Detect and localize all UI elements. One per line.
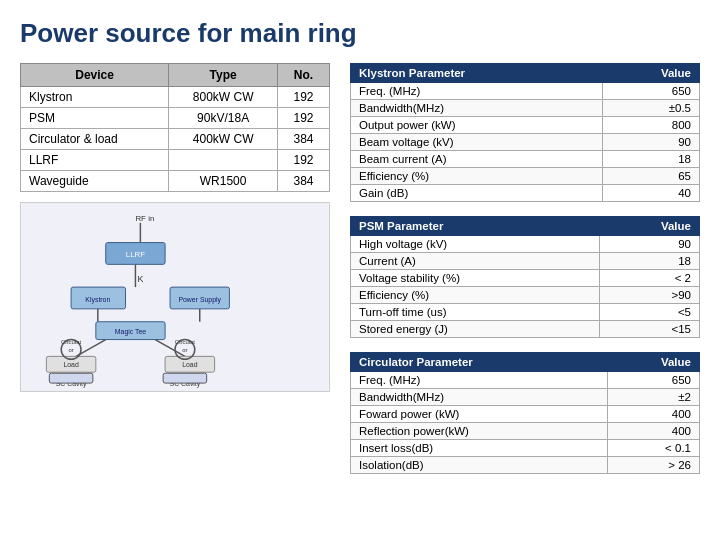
table-row: WaveguideWR1500384 [21, 171, 330, 192]
svg-text:Load: Load [182, 361, 198, 368]
param-name: High voltage (kV) [351, 236, 600, 253]
table-cell: 384 [278, 129, 330, 150]
table-row: Beam voltage (kV)90 [351, 134, 700, 151]
table-row: Efficiency (%)>90 [351, 287, 700, 304]
param-value: < 2 [600, 270, 700, 287]
psm-value-header: Value [600, 217, 700, 236]
param-name: Freq. (MHz) [351, 83, 603, 100]
svg-text:Magic Tee: Magic Tee [115, 328, 147, 336]
table-cell: 192 [278, 87, 330, 108]
param-name: Bandwidth(MHz) [351, 100, 603, 117]
param-name: Beam voltage (kV) [351, 134, 603, 151]
param-value: 90 [600, 236, 700, 253]
param-name: Turn-off time (us) [351, 304, 600, 321]
table-row: Foward power (kW)400 [351, 406, 700, 423]
param-value: <15 [600, 321, 700, 338]
table-cell: 800kW CW [169, 87, 278, 108]
diagram-svg: RF in LLRF K Klystron Power Supply [21, 203, 329, 391]
table-row: Gain (dB)40 [351, 185, 700, 202]
param-name: Voltage stability (%) [351, 270, 600, 287]
klystron-value-header: Value [603, 64, 700, 83]
param-value: 400 [607, 423, 699, 440]
svg-text:Circulat: Circulat [61, 339, 81, 345]
table-cell: Circulator & load [21, 129, 169, 150]
svg-text:Circulat: Circulat [175, 339, 195, 345]
param-name: Bandwidth(MHz) [351, 389, 608, 406]
svg-text:LLRF: LLRF [126, 250, 146, 259]
param-name: Isolation(dB) [351, 457, 608, 474]
right-panel: Klystron Parameter Value Freq. (MHz)650B… [350, 63, 700, 474]
table-cell [169, 150, 278, 171]
param-value: ±0.5 [603, 100, 700, 117]
table-row: LLRF192 [21, 150, 330, 171]
param-name: Output power (kW) [351, 117, 603, 134]
table-row: High voltage (kV)90 [351, 236, 700, 253]
param-value: 650 [603, 83, 700, 100]
param-name: Efficiency (%) [351, 287, 600, 304]
klystron-param-header: Klystron Parameter [351, 64, 603, 83]
table-cell: 384 [278, 171, 330, 192]
psm-param-table: PSM Parameter Value High voltage (kV)90C… [350, 216, 700, 338]
svg-text:RF in: RF in [135, 214, 154, 223]
table-cell: Klystron [21, 87, 169, 108]
table-row: Bandwidth(MHz)±0.5 [351, 100, 700, 117]
table-row: Klystron800kW CW192 [21, 87, 330, 108]
table-row: Current (A)18 [351, 253, 700, 270]
param-name: Current (A) [351, 253, 600, 270]
svg-text:Klystron: Klystron [85, 296, 110, 304]
param-value: ±2 [607, 389, 699, 406]
col-no: No. [278, 64, 330, 87]
param-value: > 26 [607, 457, 699, 474]
param-name: Stored energy (J) [351, 321, 600, 338]
param-value: 65 [603, 168, 700, 185]
param-name: Gain (dB) [351, 185, 603, 202]
table-cell: LLRF [21, 150, 169, 171]
svg-rect-30 [163, 373, 207, 383]
table-row: Voltage stability (%)< 2 [351, 270, 700, 287]
param-name: Insert loss(dB) [351, 440, 608, 457]
table-cell: 90kV/18A [169, 108, 278, 129]
table-row: Turn-off time (us)<5 [351, 304, 700, 321]
param-value: 18 [603, 151, 700, 168]
param-value: 18 [600, 253, 700, 270]
circulator-param-table: Circulator Parameter Value Freq. (MHz)65… [350, 352, 700, 474]
table-row: PSM90kV/18A192 [21, 108, 330, 129]
table-row: Efficiency (%)65 [351, 168, 700, 185]
table-row: Reflection power(kW)400 [351, 423, 700, 440]
param-value: <5 [600, 304, 700, 321]
table-cell: 192 [278, 150, 330, 171]
table-cell: Waveguide [21, 171, 169, 192]
content-row: Device Type No. Klystron800kW CW192PSM90… [20, 63, 700, 474]
table-cell: 192 [278, 108, 330, 129]
klystron-param-table: Klystron Parameter Value Freq. (MHz)650B… [350, 63, 700, 202]
svg-text:or: or [182, 347, 187, 353]
psm-param-header: PSM Parameter [351, 217, 600, 236]
param-name: Freq. (MHz) [351, 372, 608, 389]
circulator-param-header: Circulator Parameter [351, 353, 608, 372]
svg-text:or: or [68, 347, 73, 353]
param-name: Reflection power(kW) [351, 423, 608, 440]
svg-text:K: K [137, 274, 143, 284]
param-value: 650 [607, 372, 699, 389]
param-value: < 0.1 [607, 440, 699, 457]
table-row: Isolation(dB)> 26 [351, 457, 700, 474]
param-value: 800 [603, 117, 700, 134]
table-row: Beam current (A)18 [351, 151, 700, 168]
col-device: Device [21, 64, 169, 87]
table-cell: WR1500 [169, 171, 278, 192]
table-row: Freq. (MHz)650 [351, 83, 700, 100]
param-value: 400 [607, 406, 699, 423]
param-name: Foward power (kW) [351, 406, 608, 423]
table-row: Stored energy (J)<15 [351, 321, 700, 338]
table-row: Freq. (MHz)650 [351, 372, 700, 389]
svg-rect-29 [49, 373, 93, 383]
table-row: Circulator & load400kW CW384 [21, 129, 330, 150]
svg-text:Power Supply: Power Supply [178, 296, 221, 304]
page-title: Power source for main ring [20, 18, 700, 49]
left-panel: Device Type No. Klystron800kW CW192PSM90… [20, 63, 330, 474]
table-row: Output power (kW)800 [351, 117, 700, 134]
table-cell: PSM [21, 108, 169, 129]
param-value: 90 [603, 134, 700, 151]
param-name: Efficiency (%) [351, 168, 603, 185]
device-table: Device Type No. Klystron800kW CW192PSM90… [20, 63, 330, 192]
